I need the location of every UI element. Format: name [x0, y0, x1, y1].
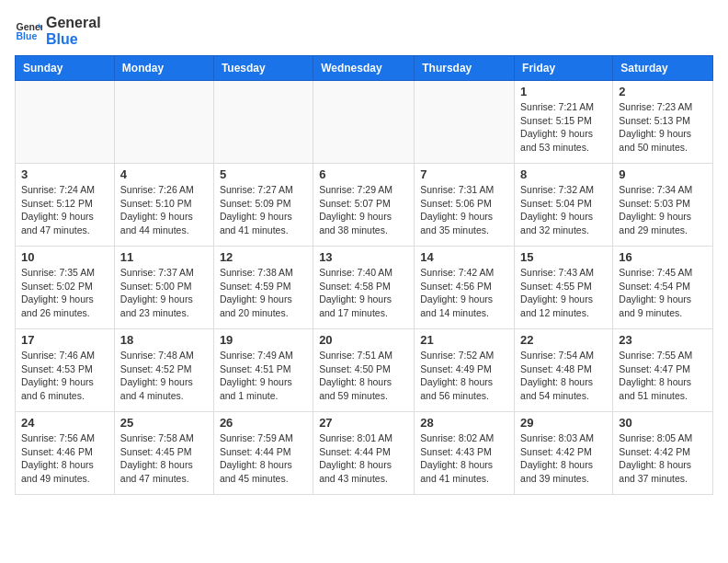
day-info: Sunrise: 7:45 AM Sunset: 4:54 PM Dayligh…	[619, 266, 707, 320]
logo-icon: General Blue	[15, 17, 42, 45]
calendar-cell: 28Sunrise: 8:02 AM Sunset: 4:43 PM Dayli…	[415, 412, 515, 495]
day-number: 16	[619, 250, 707, 264]
day-info: Sunrise: 7:59 AM Sunset: 4:44 PM Dayligh…	[220, 431, 307, 486]
calendar-cell: 5Sunrise: 7:27 AM Sunset: 5:09 PM Daylig…	[213, 164, 313, 247]
calendar-cell: 18Sunrise: 7:48 AM Sunset: 4:52 PM Dayli…	[114, 329, 213, 412]
day-info: Sunrise: 7:32 AM Sunset: 5:04 PM Dayligh…	[520, 183, 607, 237]
day-header-thursday: Thursday	[415, 56, 515, 81]
day-number: 17	[21, 333, 108, 347]
day-number: 4	[120, 167, 208, 181]
day-number: 19	[220, 333, 307, 347]
day-number: 5	[220, 167, 307, 181]
week-row-5: 24Sunrise: 7:56 AM Sunset: 4:46 PM Dayli…	[16, 412, 713, 495]
day-info: Sunrise: 7:55 AM Sunset: 4:47 PM Dayligh…	[619, 349, 707, 403]
calendar-cell: 4Sunrise: 7:26 AM Sunset: 5:10 PM Daylig…	[114, 164, 213, 247]
day-info: Sunrise: 8:03 AM Sunset: 4:42 PM Dayligh…	[520, 431, 607, 486]
day-info: Sunrise: 7:56 AM Sunset: 4:46 PM Dayligh…	[21, 431, 108, 486]
logo-text: General Blue	[46, 15, 101, 48]
week-row-3: 10Sunrise: 7:35 AM Sunset: 5:02 PM Dayli…	[16, 247, 713, 329]
svg-text:Blue: Blue	[17, 30, 38, 41]
day-header-sunday: Sunday	[16, 56, 115, 81]
week-row-4: 17Sunrise: 7:46 AM Sunset: 4:53 PM Dayli…	[16, 329, 713, 412]
day-info: Sunrise: 7:37 AM Sunset: 5:00 PM Dayligh…	[120, 266, 208, 320]
calendar-cell: 19Sunrise: 7:49 AM Sunset: 4:51 PM Dayli…	[213, 329, 313, 412]
calendar-cell: 15Sunrise: 7:43 AM Sunset: 4:55 PM Dayli…	[515, 247, 613, 329]
calendar-cell	[313, 81, 415, 164]
page-header: General Blue General Blue	[15, 15, 713, 48]
day-number: 15	[520, 250, 607, 264]
day-number: 30	[619, 416, 707, 430]
day-number: 18	[120, 333, 208, 347]
day-info: Sunrise: 7:26 AM Sunset: 5:10 PM Dayligh…	[120, 183, 208, 237]
calendar-cell: 22Sunrise: 7:54 AM Sunset: 4:48 PM Dayli…	[515, 329, 613, 412]
day-number: 9	[619, 167, 707, 181]
day-number: 22	[520, 333, 607, 347]
calendar-cell	[213, 81, 313, 164]
calendar: SundayMondayTuesdayWednesdayThursdayFrid…	[15, 55, 713, 495]
calendar-cell: 25Sunrise: 7:58 AM Sunset: 4:45 PM Dayli…	[114, 412, 213, 495]
calendar-cell: 17Sunrise: 7:46 AM Sunset: 4:53 PM Dayli…	[16, 329, 115, 412]
calendar-cell	[16, 81, 115, 164]
day-number: 3	[21, 167, 108, 181]
day-info: Sunrise: 7:24 AM Sunset: 5:12 PM Dayligh…	[21, 183, 108, 237]
logo: General Blue General Blue	[15, 15, 101, 48]
day-header-saturday: Saturday	[613, 56, 713, 81]
day-info: Sunrise: 7:38 AM Sunset: 4:59 PM Dayligh…	[220, 266, 307, 320]
day-number: 20	[319, 333, 408, 347]
calendar-cell: 12Sunrise: 7:38 AM Sunset: 4:59 PM Dayli…	[213, 247, 313, 329]
day-number: 24	[21, 416, 108, 430]
week-row-1: 1Sunrise: 7:21 AM Sunset: 5:15 PM Daylig…	[16, 81, 713, 164]
day-number: 25	[120, 416, 208, 430]
calendar-cell: 27Sunrise: 8:01 AM Sunset: 4:44 PM Dayli…	[313, 412, 415, 495]
day-number: 14	[420, 250, 508, 264]
calendar-cell: 30Sunrise: 8:05 AM Sunset: 4:42 PM Dayli…	[613, 412, 713, 495]
day-info: Sunrise: 7:58 AM Sunset: 4:45 PM Dayligh…	[120, 431, 208, 486]
day-number: 12	[220, 250, 307, 264]
day-number: 6	[319, 167, 408, 181]
calendar-cell: 7Sunrise: 7:31 AM Sunset: 5:06 PM Daylig…	[415, 164, 515, 247]
calendar-header: SundayMondayTuesdayWednesdayThursdayFrid…	[16, 56, 713, 81]
day-info: Sunrise: 7:54 AM Sunset: 4:48 PM Dayligh…	[520, 349, 607, 403]
day-header-tuesday: Tuesday	[213, 56, 313, 81]
calendar-cell: 13Sunrise: 7:40 AM Sunset: 4:58 PM Dayli…	[313, 247, 415, 329]
calendar-cell: 29Sunrise: 8:03 AM Sunset: 4:42 PM Dayli…	[515, 412, 613, 495]
day-info: Sunrise: 8:05 AM Sunset: 4:42 PM Dayligh…	[619, 431, 707, 486]
day-header-friday: Friday	[515, 56, 613, 81]
day-number: 27	[319, 416, 408, 430]
day-number: 7	[420, 167, 508, 181]
day-info: Sunrise: 8:01 AM Sunset: 4:44 PM Dayligh…	[319, 431, 408, 486]
calendar-cell: 8Sunrise: 7:32 AM Sunset: 5:04 PM Daylig…	[515, 164, 613, 247]
calendar-cell: 16Sunrise: 7:45 AM Sunset: 4:54 PM Dayli…	[613, 247, 713, 329]
calendar-cell	[415, 81, 515, 164]
day-number: 8	[520, 167, 607, 181]
calendar-cell: 23Sunrise: 7:55 AM Sunset: 4:47 PM Dayli…	[613, 329, 713, 412]
day-info: Sunrise: 7:35 AM Sunset: 5:02 PM Dayligh…	[21, 266, 108, 320]
day-number: 11	[120, 250, 208, 264]
day-info: Sunrise: 7:52 AM Sunset: 4:49 PM Dayligh…	[420, 349, 508, 403]
day-info: Sunrise: 7:46 AM Sunset: 4:53 PM Dayligh…	[21, 349, 108, 403]
day-header-wednesday: Wednesday	[313, 56, 415, 81]
calendar-cell: 1Sunrise: 7:21 AM Sunset: 5:15 PM Daylig…	[515, 81, 613, 164]
day-header-monday: Monday	[114, 56, 213, 81]
day-number: 28	[420, 416, 508, 430]
calendar-cell: 10Sunrise: 7:35 AM Sunset: 5:02 PM Dayli…	[16, 247, 115, 329]
day-number: 23	[619, 333, 707, 347]
day-info: Sunrise: 7:48 AM Sunset: 4:52 PM Dayligh…	[120, 349, 208, 403]
calendar-cell: 21Sunrise: 7:52 AM Sunset: 4:49 PM Dayli…	[415, 329, 515, 412]
day-info: Sunrise: 7:21 AM Sunset: 5:15 PM Dayligh…	[520, 100, 607, 155]
calendar-cell: 6Sunrise: 7:29 AM Sunset: 5:07 PM Daylig…	[313, 164, 415, 247]
day-info: Sunrise: 8:02 AM Sunset: 4:43 PM Dayligh…	[420, 431, 508, 486]
day-info: Sunrise: 7:43 AM Sunset: 4:55 PM Dayligh…	[520, 266, 607, 320]
calendar-cell	[114, 81, 213, 164]
day-info: Sunrise: 7:42 AM Sunset: 4:56 PM Dayligh…	[420, 266, 508, 320]
day-info: Sunrise: 7:34 AM Sunset: 5:03 PM Dayligh…	[619, 183, 707, 237]
calendar-cell: 3Sunrise: 7:24 AM Sunset: 5:12 PM Daylig…	[16, 164, 115, 247]
calendar-cell: 11Sunrise: 7:37 AM Sunset: 5:00 PM Dayli…	[114, 247, 213, 329]
week-row-2: 3Sunrise: 7:24 AM Sunset: 5:12 PM Daylig…	[16, 164, 713, 247]
day-info: Sunrise: 7:31 AM Sunset: 5:06 PM Dayligh…	[420, 183, 508, 237]
day-number: 13	[319, 250, 408, 264]
day-number: 2	[619, 85, 707, 98]
day-number: 26	[220, 416, 307, 430]
calendar-cell: 14Sunrise: 7:42 AM Sunset: 4:56 PM Dayli…	[415, 247, 515, 329]
calendar-cell: 2Sunrise: 7:23 AM Sunset: 5:13 PM Daylig…	[613, 81, 713, 164]
